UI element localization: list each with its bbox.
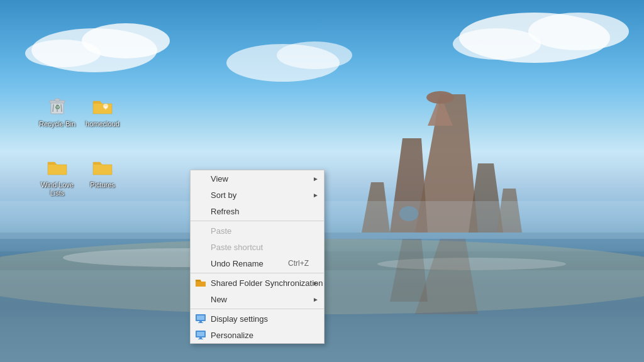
svg-rect-45	[197, 315, 204, 320]
context-menu-paste-shortcut[interactable]: Paste shortcut	[191, 239, 324, 255]
svg-rect-29	[55, 99, 60, 101]
separator-1	[191, 221, 324, 221]
svg-marker-41	[93, 162, 102, 165]
separator-2	[191, 273, 324, 273]
desktop-icon-pictures[interactable]: Pictures	[80, 154, 125, 190]
svg-rect-46	[199, 321, 202, 322]
svg-rect-49	[197, 332, 204, 336]
shared-folder-icon	[196, 278, 206, 288]
wind-love-lists-label: Wind Love Lists	[35, 180, 80, 198]
pictures-label: Pictures	[88, 180, 117, 190]
view-label: View	[211, 174, 228, 184]
svg-marker-35	[93, 101, 102, 104]
svg-marker-39	[48, 162, 57, 165]
display-settings-label: Display settings	[211, 314, 268, 324]
shared-folder-arrow: ►	[313, 280, 319, 287]
homecloud-label: homecloud	[84, 119, 121, 129]
context-menu-refresh[interactable]: Refresh	[191, 203, 324, 219]
svg-point-23	[277, 41, 352, 69]
context-menu-undo-rename[interactable]: Undo Rename Ctrl+Z	[191, 255, 324, 272]
svg-rect-51	[198, 339, 203, 339]
context-menu-personalize[interactable]: Personalize	[191, 327, 324, 343]
svg-point-18	[25, 40, 101, 67]
refresh-label: Refresh	[211, 207, 240, 216]
paste-label: Paste	[211, 226, 231, 236]
svg-marker-43	[196, 280, 201, 282]
context-menu-shared-folder[interactable]: Shared Folder Synchronization ►	[191, 275, 324, 291]
display-settings-icon	[196, 314, 206, 324]
separator-3	[191, 309, 324, 309]
context-menu: View ► Sort by ► Refresh Paste Paste sho…	[190, 170, 325, 344]
personalize-label: Personalize	[211, 331, 253, 340]
sort-by-label: Sort by	[211, 190, 236, 200]
context-menu-view[interactable]: View ►	[191, 170, 324, 187]
svg-rect-50	[199, 337, 202, 339]
svg-line-32	[61, 104, 62, 112]
desktop-icon-recycle-bin[interactable]: ♻ Recycle Bin	[35, 93, 80, 129]
context-menu-sort-by[interactable]: Sort by ►	[191, 187, 324, 203]
sort-by-arrow: ►	[313, 192, 319, 199]
recycle-bin-label: Recycle Bin	[37, 119, 77, 129]
svg-text:♻: ♻	[55, 104, 60, 111]
svg-point-8	[426, 91, 454, 104]
new-arrow: ►	[313, 296, 319, 303]
wind-love-lists-icon	[45, 154, 70, 179]
context-menu-new[interactable]: New ►	[191, 291, 324, 307]
paste-shortcut-label: Paste shortcut	[211, 243, 263, 252]
undo-rename-label: Undo Rename	[211, 259, 264, 268]
svg-rect-47	[198, 322, 203, 323]
shared-folder-label: Shared Folder Synchronization	[211, 278, 323, 288]
context-menu-paste[interactable]: Paste	[191, 222, 324, 239]
undo-rename-shortcut: Ctrl+Z	[288, 259, 309, 268]
view-arrow: ►	[313, 175, 319, 182]
recycle-bin-icon: ♻	[45, 93, 70, 118]
personalize-icon	[196, 330, 206, 340]
pictures-icon	[90, 154, 115, 179]
homecloud-icon	[90, 93, 115, 118]
desktop-icon-wind-love-lists[interactable]: Wind Love Lists	[35, 154, 80, 198]
svg-point-21	[453, 28, 541, 60]
context-menu-display-settings[interactable]: Display settings	[191, 310, 324, 327]
svg-point-20	[528, 13, 629, 50]
desktop-icon-homecloud[interactable]: homecloud	[80, 93, 125, 129]
svg-line-30	[53, 104, 53, 112]
new-label: New	[211, 295, 227, 304]
